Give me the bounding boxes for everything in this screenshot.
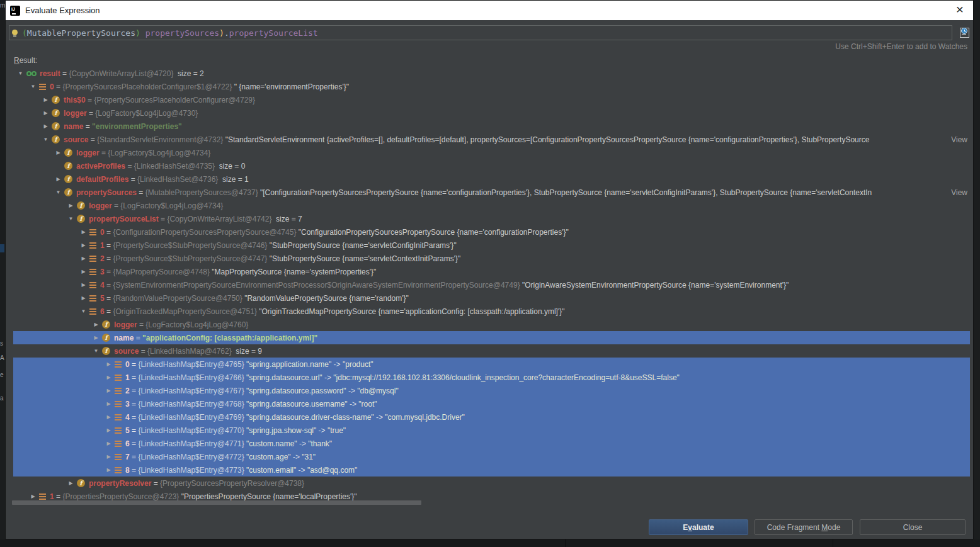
- tree-text-segment: {PropertySourcesPlaceholderConfigurer$1@…: [62, 82, 234, 91]
- expand-arrow-icon[interactable]: ▶: [54, 176, 62, 182]
- field-icon: f: [102, 320, 110, 329]
- expression-token: (: [22, 28, 27, 38]
- tree-text-segment: "spring.datasource.url": [246, 373, 322, 382]
- tree-row[interactable]: ▶0 = {ConfigurationPropertySourcesProper…: [13, 225, 970, 239]
- expand-arrow-icon[interactable]: ▶: [105, 414, 113, 420]
- tree-row[interactable]: ▼fpropertySourceList = {CopyOnWriteArray…: [13, 212, 970, 225]
- expand-arrow-icon[interactable]: ▶: [67, 203, 75, 208]
- tree-row[interactable]: ▼result = {CopyOnWriteArrayList@4720} si…: [13, 67, 970, 80]
- background-editor-fragment: [0, 244, 4, 252]
- expand-arrow-icon[interactable]: ▶: [42, 110, 50, 116]
- tree-text-segment: 0: [125, 360, 130, 369]
- tree-text-segment: ->: [331, 360, 343, 369]
- tree-text-segment: 4: [125, 413, 130, 422]
- expand-arrow-icon[interactable]: ▶: [105, 427, 113, 433]
- expand-arrow-icon[interactable]: ▶: [42, 123, 50, 129]
- code-fragment-mode-button[interactable]: Code Fragment Mode: [755, 519, 853, 535]
- expand-arrow-icon[interactable]: ▶: [79, 242, 88, 248]
- tree-row[interactable]: ▼fsource = {LinkedHashMap@4762} size = 9: [13, 344, 970, 358]
- collapse-arrow-icon[interactable]: ▼: [92, 348, 100, 354]
- expand-arrow-icon[interactable]: ▶: [67, 480, 75, 486]
- tree-text-segment: =: [100, 149, 108, 157]
- tree-row[interactable]: ▼fpropertySources = {MutablePropertySour…: [13, 186, 970, 199]
- expand-arrow-icon[interactable]: ▶: [105, 361, 113, 367]
- expand-arrow-icon[interactable]: ▶: [105, 441, 113, 446]
- expand-arrow-icon[interactable]: ▶: [42, 97, 50, 103]
- field-icon: f: [77, 215, 85, 223]
- collapse-arrow-icon[interactable]: ▼: [67, 216, 75, 222]
- expand-arrow-icon[interactable]: ▶: [92, 322, 100, 327]
- expand-arrow-icon[interactable]: ▶: [105, 454, 113, 460]
- expand-arrow-icon[interactable]: ▶: [79, 269, 88, 274]
- expand-arrow-icon[interactable]: ▶: [92, 335, 100, 341]
- collapse-arrow-icon[interactable]: ▼: [16, 70, 25, 76]
- tree-row[interactable]: ▶3 = {MapPropertySource@4748} "MapProper…: [13, 265, 970, 278]
- collapse-arrow-icon[interactable]: ▼: [79, 308, 88, 314]
- tree-row[interactable]: ▶fthis$0 = {PropertySourcesPlaceholderCo…: [13, 93, 970, 106]
- tree-row[interactable]: ▶4 = {SystemEnvironmentPropertySourceEnv…: [13, 278, 970, 291]
- tree-row[interactable]: ▶fname = "environmentProperties": [13, 120, 970, 133]
- expression-text[interactable]: (MutablePropertySources) propertySources…: [22, 28, 318, 38]
- tree-row[interactable]: ▶2 = {PropertySource$StubPropertySource@…: [13, 252, 970, 265]
- expand-arrow-icon[interactable]: ▶: [54, 150, 62, 155]
- tree-row[interactable]: ▶1 = {LinkedHashMap$Entry@4766} "spring.…: [13, 371, 970, 384]
- tree-row[interactable]: ▼fsource = {StandardServletEnvironment@4…: [13, 133, 970, 146]
- collapse-arrow-icon[interactable]: ▼: [29, 84, 37, 89]
- expression-history-button[interactable]: [956, 26, 972, 40]
- expand-arrow-icon[interactable]: ▶: [105, 467, 113, 473]
- tree-row[interactable]: factiveProfiles = {LinkedHashSet@4735} s…: [13, 159, 970, 172]
- tree-row[interactable]: ▶flogger = {LogFactory$Log4jLog@4730}: [13, 106, 970, 120]
- tree-text-segment: logger: [89, 201, 112, 210]
- tree-text-segment: 6: [125, 439, 130, 448]
- tree-row[interactable]: ▼0 = {PropertySourcesPlaceholderConfigur…: [13, 80, 970, 93]
- tree-row[interactable]: ▶8 = {LinkedHashMap$Entry@4773} "custom.…: [13, 463, 970, 477]
- tree-row[interactable]: ▶flogger = {LogFactory$Log4jLog@4734}: [13, 146, 970, 159]
- close-icon[interactable]: ×: [952, 1, 968, 18]
- expand-arrow-icon[interactable]: ▶: [105, 375, 113, 380]
- view-link[interactable]: View: [949, 135, 970, 144]
- lightbulb-icon: [12, 30, 18, 35]
- tree-text-segment: {LinkedHashSet@4736}: [137, 175, 218, 184]
- tree-text-segment: {LogFactory$Log4jLog@4730}: [95, 109, 198, 118]
- tree-row[interactable]: ▶7 = {LinkedHashMap$Entry@4772} "custom.…: [13, 450, 970, 463]
- horizontal-scrollbar[interactable]: [12, 500, 421, 505]
- tree-row[interactable]: ▶1 = {PropertySource$StubPropertySource@…: [13, 239, 970, 252]
- tree-row[interactable]: ▼6 = {OriginTrackedMapPropertySource@475…: [13, 305, 970, 318]
- expand-arrow-icon[interactable]: ▶: [29, 493, 37, 499]
- expand-arrow-icon[interactable]: ▶: [105, 388, 113, 393]
- tree-row[interactable]: ▶5 = {RandomValuePropertySource@4750} "R…: [13, 291, 970, 305]
- expand-arrow-icon[interactable]: ▶: [79, 295, 88, 301]
- tree-text-segment: ->: [297, 439, 309, 448]
- tree-text-segment: {PropertySource$StubPropertySource@4747}: [113, 254, 269, 263]
- tree-row[interactable]: ▶0 = {LinkedHashMap$Entry@4765} "spring.…: [13, 358, 970, 371]
- view-link[interactable]: View: [949, 188, 970, 197]
- background-text-fragment: e: [0, 371, 5, 378]
- collapse-arrow-icon[interactable]: ▼: [54, 189, 62, 195]
- tree-row[interactable]: ▶fdefaultProfiles = {LinkedHashSet@4736}…: [13, 172, 970, 186]
- expand-arrow-icon[interactable]: ▶: [105, 401, 113, 407]
- tree-text-segment: size = 7: [271, 215, 302, 223]
- tree-row[interactable]: ▶5 = {LinkedHashMap$Entry@4770} "spring.…: [13, 424, 970, 437]
- expand-arrow-icon[interactable]: ▶: [79, 229, 88, 235]
- tree-text-segment: =: [60, 69, 69, 78]
- field-icon: f: [77, 201, 85, 210]
- tree-row[interactable]: ▶2 = {LinkedHashMap$Entry@4767} "spring.…: [13, 384, 970, 397]
- tree-row[interactable]: ▶fpropertyResolver = {PropertySourcesPro…: [13, 477, 970, 490]
- collapse-arrow-icon[interactable]: ▼: [42, 137, 50, 142]
- tree-text-segment: " {name='environmentProperties'}": [234, 82, 349, 91]
- tree-row[interactable]: ▶3 = {LinkedHashMap$Entry@4768} "spring.…: [13, 397, 970, 410]
- array-element-icon: [115, 439, 122, 448]
- tree-row[interactable]: ▶flogger = {LogFactory$Log4jLog@4734}: [13, 199, 970, 212]
- expand-arrow-icon[interactable]: ▶: [79, 256, 88, 261]
- close-button[interactable]: Close: [860, 519, 966, 535]
- tree-row[interactable]: ▶fname = "applicationConfig: [classpath:…: [13, 331, 970, 344]
- tree-text-segment: 5: [100, 294, 105, 303]
- tree-row[interactable]: ▶4 = {LinkedHashMap$Entry@4769} "spring.…: [13, 410, 970, 424]
- tree-row[interactable]: ▶flogger = {LogFactory$Log4jLog@4760}: [13, 318, 970, 331]
- array-element-icon: [115, 360, 122, 368]
- expression-input[interactable]: (MutablePropertySources) propertySources…: [9, 25, 952, 40]
- expand-arrow-icon[interactable]: ▶: [79, 282, 88, 288]
- statusbar-separator: [833, 539, 833, 547]
- tree-row[interactable]: ▶6 = {LinkedHashMap$Entry@4771} "custom.…: [13, 437, 970, 450]
- evaluate-button[interactable]: Evaluate: [649, 519, 748, 535]
